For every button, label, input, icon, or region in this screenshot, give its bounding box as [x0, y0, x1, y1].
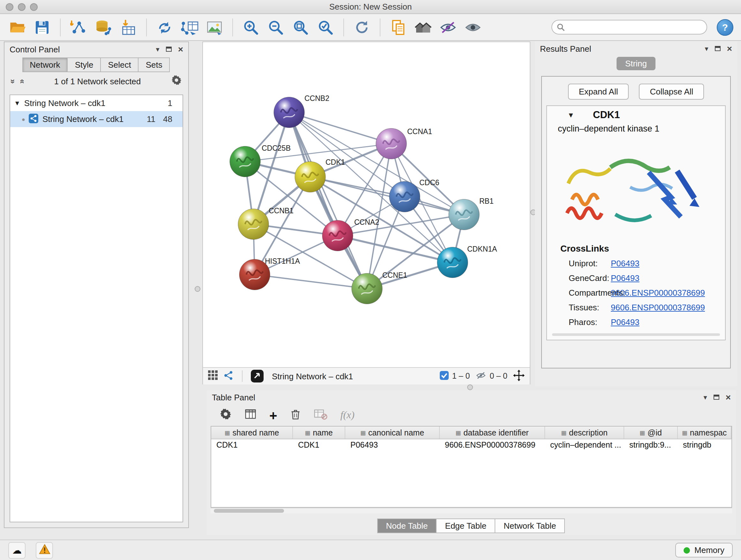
- splitter-handle[interactable]: [195, 286, 200, 292]
- tab-node-table[interactable]: Node Table: [377, 518, 436, 533]
- table-horizontal-scrollbar[interactable]: [211, 508, 732, 513]
- tree-expanded-icon[interactable]: ▼: [14, 100, 20, 107]
- zoom-fit-button[interactable]: [291, 17, 310, 37]
- network-node-CCNA1[interactable]: [376, 128, 407, 159]
- network-node-CDC6[interactable]: [389, 181, 420, 212]
- copy-document-button[interactable]: [389, 17, 408, 37]
- panel-close-icon[interactable]: ×: [178, 45, 183, 54]
- column-header-description[interactable]: ▦description: [545, 427, 624, 439]
- network-node-CDC25B[interactable]: [230, 146, 260, 177]
- table-toolbar: + f(x): [207, 404, 736, 426]
- collapse-all-button[interactable]: Collapse All: [639, 84, 704, 100]
- table-row[interactable]: CDK1 CDK1 P06493 9606.ENSP00000378699 cy…: [211, 439, 731, 452]
- column-header-namespace[interactable]: ▦namespac: [678, 427, 731, 439]
- expand-all-icon[interactable]: »: [17, 79, 26, 83]
- open-session-button[interactable]: [8, 17, 27, 37]
- hidden-eye-icon[interactable]: [475, 371, 486, 381]
- column-header-database-identifier[interactable]: ▦database identifier: [440, 427, 545, 439]
- help-button[interactable]: ?: [717, 19, 733, 36]
- export-image-button[interactable]: [205, 17, 224, 37]
- import-network-database-button[interactable]: [94, 17, 113, 37]
- cell-id: stringdb:9...: [624, 439, 678, 452]
- tab-select[interactable]: Select: [100, 57, 138, 72]
- splitter-handle[interactable]: [467, 384, 473, 390]
- network-node-CCNB1[interactable]: [238, 209, 269, 240]
- network-edge-HIST1H1A-CCNE1[interactable]: [255, 274, 367, 289]
- network-node-RB1[interactable]: [449, 199, 479, 230]
- crosslink-tissues-link[interactable]: 9606.ENSP00000378699: [611, 303, 705, 312]
- network-row[interactable]: ● String Network – cdk1 11 48: [10, 111, 183, 127]
- section-expanded-icon[interactable]: ▼: [567, 111, 575, 119]
- panel-float-icon[interactable]: [714, 395, 719, 400]
- cloud-status-button[interactable]: ☁: [8, 542, 25, 558]
- import-table-button[interactable]: [119, 17, 138, 37]
- column-header-canonical-name[interactable]: ▦canonical name: [345, 427, 440, 439]
- import-network-file-button[interactable]: [69, 17, 88, 37]
- function-builder-button[interactable]: f(x): [340, 409, 354, 421]
- tab-string-results[interactable]: String: [616, 57, 656, 70]
- string-share-icon[interactable]: [223, 370, 233, 382]
- gene-card-header[interactable]: ▼ CDK1: [547, 106, 725, 124]
- zoom-out-button[interactable]: [266, 17, 285, 37]
- network-canvas[interactable]: CCNB2CCNA1CDC25BCDK1CDC6RB1CCNB1CCNA2CDK…: [203, 42, 530, 367]
- network-node-CDK1[interactable]: [295, 162, 326, 192]
- memory-button[interactable]: Memory: [675, 543, 733, 557]
- expand-all-button[interactable]: Expand All: [568, 84, 629, 100]
- tab-style[interactable]: Style: [67, 57, 101, 72]
- crosslink-uniprot-link[interactable]: P06493: [611, 259, 639, 268]
- add-column-icon[interactable]: +: [269, 408, 277, 422]
- column-header-shared-name[interactable]: ▦shared name: [211, 427, 293, 439]
- warnings-button[interactable]: [36, 542, 53, 558]
- toolbar-separator: [232, 18, 233, 36]
- string-home-button[interactable]: [414, 17, 433, 37]
- tab-network-table[interactable]: Network Table: [495, 518, 565, 533]
- column-header-name[interactable]: ▦name: [293, 427, 345, 439]
- network-node-CCNB2[interactable]: [274, 97, 305, 128]
- delete-column-trash-icon[interactable]: [290, 408, 301, 422]
- search-input[interactable]: [551, 20, 707, 35]
- show-all-button[interactable]: [463, 17, 482, 37]
- table-settings-gear-icon[interactable]: [219, 408, 232, 422]
- zoom-in-button[interactable]: [241, 17, 260, 37]
- column-header-id[interactable]: ▦@id: [624, 427, 678, 439]
- panel-float-icon[interactable]: [715, 46, 721, 51]
- hide-unselected-button[interactable]: [439, 17, 458, 37]
- window-title: Session: New Session: [0, 2, 741, 11]
- export-table-button[interactable]: [180, 17, 199, 37]
- crosslink-row: Compartments: 9606.ENSP00000378699: [547, 286, 725, 300]
- current-network-bullet-icon: ●: [22, 116, 25, 122]
- network-options-gear-icon[interactable]: [171, 75, 182, 87]
- results-scrollbar[interactable]: [552, 333, 720, 336]
- panel-menu-icon[interactable]: ▾: [705, 45, 709, 52]
- zoom-selected-button[interactable]: [316, 17, 335, 37]
- network-edge-CDK1-RB1[interactable]: [310, 177, 464, 214]
- panel-close-icon[interactable]: ×: [727, 44, 732, 53]
- panel-close-icon[interactable]: ×: [726, 393, 731, 401]
- results-panel-header: Results Panel ▾ ×: [535, 42, 737, 56]
- network-edge-CCNB2-CCNE1[interactable]: [289, 112, 367, 289]
- network-node-CCNA2[interactable]: [322, 220, 353, 251]
- panel-menu-icon[interactable]: ▾: [704, 394, 707, 401]
- apply-layout-button[interactable]: [352, 17, 372, 37]
- crosslink-compartments-link[interactable]: 9606.ENSP00000378699: [611, 288, 705, 298]
- network-edge-CCNB2-CCNA1[interactable]: [289, 112, 391, 144]
- show-columns-icon[interactable]: [245, 408, 257, 422]
- tab-edge-table[interactable]: Edge Table: [436, 518, 495, 533]
- panel-float-icon[interactable]: [166, 47, 172, 52]
- tab-network[interactable]: Network: [22, 57, 68, 72]
- crosslink-pharos-link[interactable]: P06493: [611, 317, 639, 327]
- tab-sets[interactable]: Sets: [138, 57, 170, 72]
- move-crosshair-icon[interactable]: [513, 369, 525, 383]
- network-collection-row[interactable]: ▼ String Network – cdk1 1: [10, 95, 183, 111]
- checkbox-icon[interactable]: [440, 371, 449, 381]
- birdseye-grid-icon[interactable]: [208, 370, 218, 382]
- control-panel-title: Control Panel: [10, 44, 60, 54]
- panel-menu-icon[interactable]: ▾: [156, 46, 159, 53]
- scrollbar-thumb[interactable]: [214, 509, 284, 513]
- detach-view-button[interactable]: [251, 370, 264, 382]
- save-session-button[interactable]: [32, 17, 52, 37]
- crosslink-genecard-link[interactable]: P06493: [611, 273, 639, 283]
- clone-network-button[interactable]: [155, 17, 174, 37]
- network-node-CDKN1A[interactable]: [437, 247, 468, 278]
- network-node-CCNE1[interactable]: [352, 273, 382, 304]
